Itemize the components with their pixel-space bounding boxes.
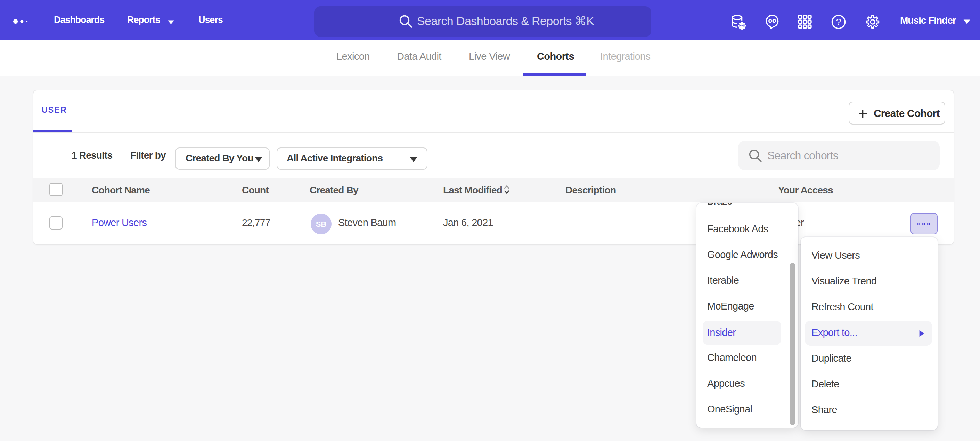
svg-text:?: ? [836, 17, 841, 27]
